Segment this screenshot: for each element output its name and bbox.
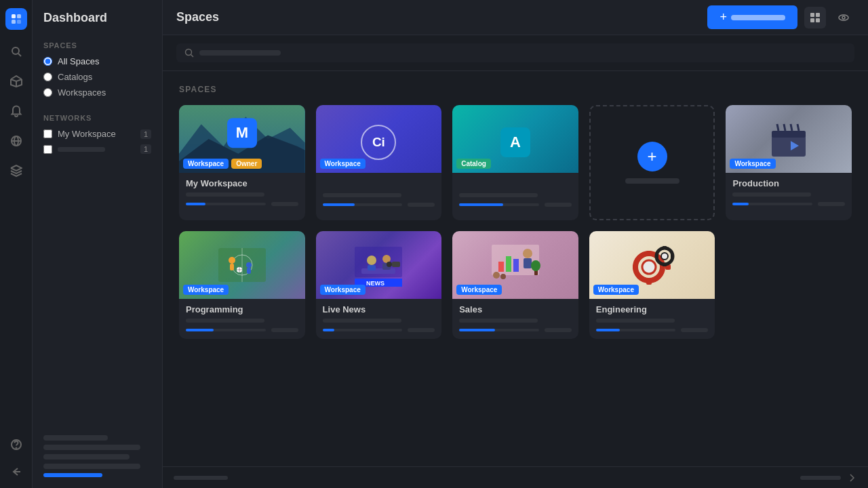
- networks-section-label: NETWORKS: [43, 114, 151, 122]
- svg-rect-63: [646, 251, 652, 256]
- progress-wrap-sales: [459, 329, 539, 331]
- footer-bar-sales: [545, 328, 572, 332]
- add-label-bar: [625, 178, 679, 184]
- svg-line-20: [191, 55, 194, 58]
- footer-bar-live-news: [408, 328, 435, 332]
- card-name-my-workspace: My Workspace: [186, 178, 298, 188]
- card-name-live-news: Live News: [323, 304, 435, 314]
- tag-workspace: Workspace: [183, 159, 229, 169]
- network-other[interactable]: 1: [43, 144, 151, 154]
- progress-fill-ci: [323, 203, 355, 206]
- search-box[interactable]: [176, 43, 854, 62]
- sidebar-bottom: [43, 435, 151, 477]
- svg-line-28: [791, 124, 792, 131]
- card-body-sales: Sales: [452, 299, 578, 339]
- card-my-workspace[interactable]: Workspace Owner M My Workspace: [179, 105, 305, 220]
- eye-icon[interactable]: [833, 7, 854, 28]
- network-nav-icon[interactable]: [8, 133, 24, 149]
- svg-point-60: [531, 260, 540, 271]
- card-footer-a: [459, 203, 572, 207]
- svg-rect-52: [498, 262, 504, 272]
- main-content: Spaces +: [163, 0, 868, 488]
- card-sales[interactable]: Workspace Sales: [452, 231, 578, 339]
- card-engineering[interactable]: Workspace Engineering: [589, 231, 715, 339]
- card-tags-programming: Workspace: [183, 285, 229, 295]
- card-footer-engineering: [596, 328, 709, 332]
- progress-wrap-live-news: [323, 329, 403, 331]
- card-tags-my-workspace: Workspace Owner: [183, 159, 262, 169]
- card-body-production: Production: [726, 173, 852, 213]
- ci-logo: Ci: [361, 125, 396, 160]
- card-name-a: [459, 178, 572, 189]
- back-nav-icon[interactable]: [8, 464, 24, 480]
- progress-fill-live-news: [323, 329, 335, 331]
- card-meta-live-news: [323, 319, 435, 323]
- back-icon[interactable]: [846, 472, 857, 483]
- topbar-right: +: [707, 5, 854, 29]
- svg-rect-3: [17, 20, 21, 24]
- svg-rect-16: [816, 18, 820, 22]
- card-meta-programming: [186, 319, 298, 323]
- card-thumbnail-engineering: Workspace: [589, 231, 715, 299]
- svg-rect-65: [633, 264, 638, 270]
- sidebar-bottom-line-2: [43, 445, 140, 450]
- filter-all-spaces[interactable]: All Spaces: [43, 56, 151, 66]
- svg-point-55: [523, 249, 532, 258]
- tag-catalog: Catalog: [456, 159, 491, 169]
- footer-bar-programming: [271, 328, 298, 332]
- svg-point-36: [246, 262, 252, 268]
- icon-rail: [0, 0, 33, 488]
- filter-workspaces[interactable]: Workspaces: [43, 87, 151, 98]
- card-name-sales: Sales: [459, 304, 572, 314]
- card-add-new[interactable]: +: [589, 105, 715, 220]
- svg-point-62: [642, 260, 656, 274]
- bottom-bar: [163, 466, 868, 488]
- filter-catalogs[interactable]: Catalogs: [43, 72, 151, 82]
- bell-nav-icon[interactable]: [8, 103, 24, 119]
- search-input-placeholder: [199, 50, 281, 56]
- progress-fill-programming: [186, 329, 214, 331]
- search-icon: [184, 48, 194, 58]
- left-sidebar: Dashboard SPACES All Spaces Catalogs Wor…: [33, 0, 163, 488]
- svg-rect-71: [655, 254, 658, 258]
- card-production[interactable]: Workspace Production: [726, 105, 852, 220]
- sidebar-bottom-line-4: [43, 464, 140, 469]
- search-nav-icon[interactable]: [8, 43, 24, 60]
- card-programming[interactable]: Workspace Programming: [179, 231, 305, 339]
- progress-wrap-a: [459, 203, 539, 206]
- box-nav-icon[interactable]: [8, 73, 24, 89]
- card-a-catalog[interactable]: A Catalog: [452, 105, 578, 220]
- card-thumbnail-production: Workspace: [726, 105, 852, 173]
- card-tags-live-news: Workspace: [320, 285, 366, 295]
- card-meta-sales: [459, 319, 572, 323]
- card-footer-sales: [459, 328, 572, 332]
- card-tags-a: Catalog: [456, 159, 491, 169]
- svg-rect-64: [646, 279, 652, 285]
- card-live-news[interactable]: NEWS Workspace Live News: [316, 231, 442, 339]
- card-name-ci: [323, 178, 435, 189]
- progress-fill-engineering: [596, 329, 620, 331]
- card-body-my-workspace: My Workspace: [179, 173, 305, 213]
- sidebar-title: Dashboard: [43, 11, 151, 25]
- page-title: Spaces: [176, 10, 219, 24]
- svg-line-29: [797, 124, 799, 131]
- footer-bar-a: [545, 203, 572, 207]
- tag-workspace-production: Workspace: [730, 159, 775, 169]
- grid-view-toggle[interactable]: [804, 7, 826, 28]
- card-body-engineering: Engineering: [589, 299, 715, 339]
- svg-point-18: [842, 16, 845, 19]
- bottom-right: [800, 472, 857, 483]
- add-plus-circle: +: [637, 142, 667, 171]
- progress-fill: [186, 203, 205, 205]
- svg-point-48: [387, 262, 392, 267]
- sidebar-bottom-line-3: [43, 454, 130, 460]
- layers-nav-icon[interactable]: [8, 163, 24, 179]
- card-ci[interactable]: Ci Workspace: [316, 105, 442, 220]
- card-tags-engineering: Workspace: [593, 285, 639, 295]
- svg-point-17: [839, 15, 848, 20]
- help-nav-icon[interactable]: [8, 436, 24, 453]
- network-my-workspace[interactable]: My Workspace 1: [43, 129, 151, 139]
- app-logo[interactable]: [5, 8, 27, 30]
- add-space-button[interactable]: +: [707, 5, 797, 29]
- card-meta-production: [732, 192, 845, 197]
